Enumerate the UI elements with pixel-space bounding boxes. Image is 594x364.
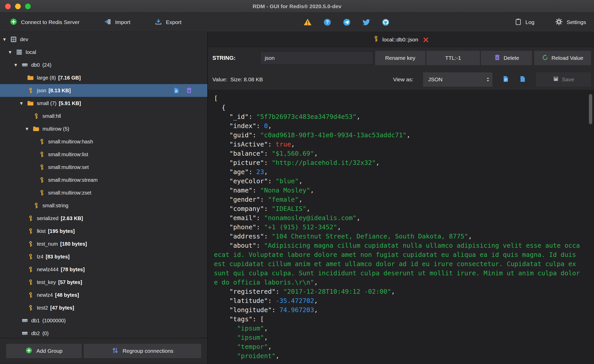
connect-to-server-button[interactable]: Connect to Redis Server	[10, 18, 80, 27]
tree-item-label: local	[26, 49, 36, 55]
save-label: Save	[562, 76, 574, 83]
tree-item[interactable]: test2[47 bytes]	[0, 301, 207, 314]
tree-item[interactable]: small:string	[0, 199, 207, 212]
tab-title: local::db0::json	[382, 37, 418, 43]
code-line: "ipsum",	[214, 333, 594, 342]
key-icon	[38, 151, 46, 158]
view-as-select[interactable]: JSON	[423, 72, 492, 87]
rename-key-button[interactable]: Rename key	[375, 51, 425, 65]
tree-item[interactable]: small:multirow:list	[0, 148, 207, 161]
close-window-button[interactable]	[5, 4, 11, 9]
export-label: Export	[166, 19, 181, 25]
tree-item-size: [47 bytes]	[50, 305, 74, 311]
open-value-in-editor-button[interactable]	[502, 75, 509, 83]
github-icon[interactable]	[382, 18, 390, 26]
settings-button[interactable]: Settings	[555, 18, 586, 27]
add-group-label: Add Group	[36, 348, 62, 354]
tree-item[interactable]: db2(0)	[0, 327, 207, 338]
twitter-icon[interactable]	[362, 18, 370, 26]
value-controls-right: View as: JSON Save	[393, 72, 591, 87]
key-icon	[38, 189, 46, 197]
expand-arrow-icon[interactable]: ▼	[26, 127, 32, 131]
save-icon	[553, 76, 559, 83]
log-button[interactable]: Log	[515, 18, 534, 27]
view-value-as-text-button[interactable]	[519, 75, 526, 83]
tree-item-size: [195 bytes]	[48, 228, 75, 234]
expand-arrow-icon[interactable]: ▼	[9, 50, 15, 54]
tree-item[interactable]: test_num[180 bytes]	[0, 237, 207, 250]
tree-item[interactable]: newlz4[48 bytes]	[0, 289, 207, 301]
tab-local-db0-json[interactable]: local::db0::json ×	[373, 36, 429, 43]
tree-item[interactable]: ▼dev	[0, 33, 207, 46]
key-name-input[interactable]	[260, 51, 373, 65]
export-button[interactable]: Export	[155, 18, 181, 27]
reload-value-button[interactable]: Reload Value	[534, 51, 591, 65]
tree-item[interactable]: small:hll	[0, 110, 207, 122]
delete-key-button[interactable]: Delete	[481, 51, 532, 65]
tree-item[interactable]: small:multirow:stream	[0, 174, 207, 186]
editor-scrollbar[interactable]	[589, 94, 592, 124]
telegram-icon[interactable]	[343, 18, 351, 26]
code-line: ecat id. Voluptate labore dolore amet no…	[214, 250, 594, 259]
code-line: e do officia laboris.\r\n",	[214, 278, 594, 287]
key-icon	[27, 291, 34, 299]
database-icon	[21, 329, 29, 337]
tree-item[interactable]: ▼multirow (5)	[0, 122, 207, 135]
value-controls-row: Value: Size: 8.08 KB View as: JSON Save	[208, 69, 594, 90]
minimize-window-button[interactable]	[15, 4, 21, 9]
tree-item-count: (24)	[42, 62, 51, 68]
view-as-label: View as:	[393, 76, 413, 83]
key-icon	[27, 253, 34, 260]
key-icon	[27, 278, 34, 286]
save-value-button[interactable]: Save	[536, 72, 591, 87]
edit-key-icon[interactable]	[173, 87, 180, 94]
tree-item-label: test_key	[37, 279, 56, 285]
tree-item-label: db2	[31, 331, 40, 336]
value-size-label: Size: 8.08 KB	[230, 76, 263, 83]
warning-icon[interactable]	[303, 18, 312, 27]
key-icon	[373, 36, 379, 43]
tree-item-label: db1	[31, 318, 40, 324]
tree-item[interactable]: lz4[83 bytes]	[0, 250, 207, 263]
tree-item-label: test2	[37, 305, 48, 311]
tree-item-label: small:hll	[42, 113, 61, 119]
ttl-button[interactable]: TTL:-1	[426, 51, 480, 65]
tree-item-label: json	[37, 88, 46, 94]
regroup-connections-button[interactable]: Regroup connections	[84, 344, 201, 358]
tree-item[interactable]: ▼local	[0, 46, 207, 59]
code-line: "tempor",	[214, 342, 594, 351]
tree-item-size: [2.63 KB]	[61, 215, 83, 221]
tree-item[interactable]: small:multirow:zset	[0, 186, 207, 199]
tree-item[interactable]: small:multirow:set	[0, 161, 207, 174]
folder-icon	[27, 74, 34, 82]
expand-arrow-icon[interactable]: ▼	[3, 37, 10, 41]
close-tab-icon[interactable]: ×	[422, 36, 429, 43]
content: ▼dev▼local▼db0(24)large (8)[7.16 GB]json…	[0, 32, 594, 364]
tree-item[interactable]: db1(1000000)	[0, 314, 207, 327]
zoom-window-button[interactable]	[25, 4, 31, 9]
expand-arrow-icon[interactable]: ▼	[20, 101, 27, 105]
help-icon[interactable]: ?	[323, 18, 331, 26]
tree-item[interactable]: ▼db0(24)	[0, 59, 207, 71]
code-line: "address": "104 Chestnut Street, Defianc…	[214, 232, 594, 241]
tree-item[interactable]: serialized[2.63 KB]	[0, 212, 207, 225]
value-editor[interactable]: [ { "_id": "5f7b26973c483ea3479d4e53", "…	[208, 90, 594, 364]
tree-item[interactable]: test_key[57 bytes]	[0, 276, 207, 289]
expand-arrow-icon[interactable]: ▼	[14, 63, 21, 67]
tree-item[interactable]: lkist[195 bytes]	[0, 225, 207, 237]
tree-item[interactable]: large (8)[7.16 GB]	[0, 71, 207, 84]
add-icon	[25, 347, 33, 355]
code-line: est cupidatat cillum anim et amet ullamc…	[214, 259, 594, 269]
tree-item-label: small:multirow:stream	[48, 177, 98, 183]
delete-key-icon[interactable]	[186, 87, 192, 94]
key-icon	[27, 266, 34, 273]
add-group-button[interactable]: Add Group	[6, 344, 82, 358]
tree-item-size: [7.16 GB]	[58, 75, 81, 81]
tree-item[interactable]: ▼small (7)[5.91 KB]	[0, 97, 207, 110]
import-button[interactable]: Import	[104, 18, 131, 27]
key-icon	[27, 214, 34, 222]
tree-item[interactable]: small:multirow:hash	[0, 135, 207, 148]
tree-item[interactable]: newlz444[78 bytes]	[0, 263, 207, 276]
import-icon	[104, 18, 112, 27]
tree-item[interactable]: json[8.13 KB]	[0, 84, 207, 97]
